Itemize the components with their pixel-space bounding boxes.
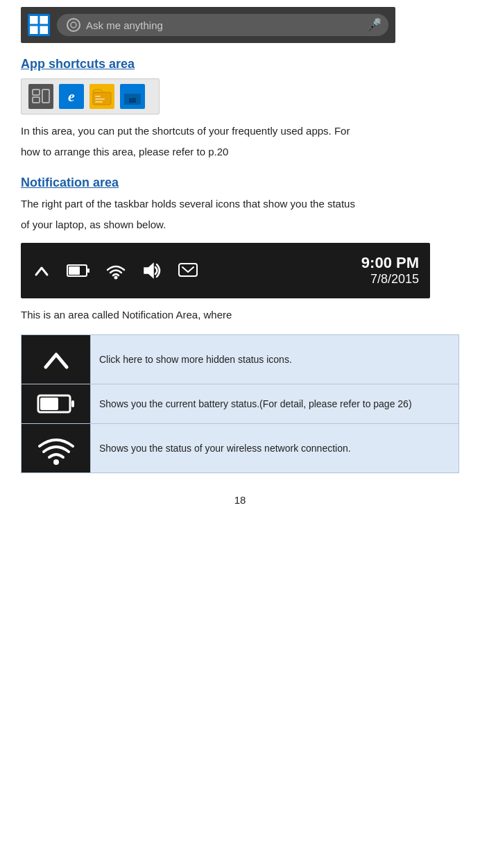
wifi-table-icon [37, 431, 76, 466]
search-bar[interactable]: Ask me anything 🎤 [57, 14, 388, 36]
battery-icon [67, 263, 90, 278]
page-number: 18 [21, 494, 459, 506]
notification-desc-1: The right part of the taskbar holds seve… [21, 196, 459, 212]
svg-rect-8 [33, 97, 40, 103]
battery-description-text: Shows you the current battery status.(Fo… [99, 398, 412, 409]
chevron-up-cell [22, 335, 91, 384]
wifi-description-cell: Shows you the status of your wireless ne… [91, 424, 459, 473]
svg-point-20 [114, 276, 118, 280]
windows-logo-icon [28, 14, 50, 36]
taskbar-screenshot: Ask me anything 🎤 [21, 7, 395, 43]
battery-description-cell: Shows you the current battery status.(Fo… [91, 384, 459, 424]
svg-rect-7 [33, 90, 40, 95]
store-icon: 🛍 [120, 84, 145, 109]
notification-time-display: 9:00 PM 7/8/2015 [361, 254, 419, 287]
svg-point-26 [53, 459, 59, 465]
notification-bubble-icon [178, 261, 198, 280]
notification-area-desc: This is an area called Notification Area… [21, 307, 459, 323]
icon-description-table: Click here to show more hidden status ic… [21, 334, 459, 473]
app-shortcuts-heading: App shortcuts area [21, 57, 135, 71]
table-row: Shows you the current battery status.(Fo… [22, 384, 459, 424]
svg-marker-21 [144, 264, 153, 278]
notification-desc-2: of your laptop, as shown below. [21, 216, 459, 233]
wifi-cell [22, 424, 91, 473]
shortcuts-description-1: In this area, you can put the shortcuts … [21, 123, 459, 139]
time-text: 9:00 PM [361, 254, 419, 272]
chevron-up-icon [32, 261, 51, 280]
svg-rect-1 [30, 16, 38, 24]
table-row: Click here to show more hidden status ic… [22, 335, 459, 384]
search-placeholder-text: Ask me anything [80, 19, 366, 31]
svg-rect-4 [40, 26, 49, 35]
svg-rect-18 [69, 266, 80, 275]
battery-cell [22, 384, 91, 424]
app-shortcuts-section: App shortcuts area e [21, 57, 459, 160]
svg-rect-22 [179, 264, 197, 276]
chevron-description-text: Click here to show more hidden status ic… [99, 354, 292, 365]
svg-rect-11 [95, 96, 101, 97]
shortcuts-bar-screenshot: e 🛍 [21, 78, 160, 114]
svg-rect-16 [129, 98, 136, 103]
edge-icon: e [59, 84, 84, 109]
notification-bar-screenshot: 9:00 PM 7/8/2015 [21, 243, 430, 298]
chevron-description-cell: Click here to show more hidden status ic… [91, 335, 459, 384]
svg-rect-24 [40, 398, 58, 410]
speaker-icon [142, 261, 162, 280]
wifi-icon [105, 261, 126, 280]
file-explorer-icon [89, 84, 114, 109]
notification-section: Notification area The right part of the … [21, 176, 459, 473]
svg-rect-12 [95, 99, 105, 100]
wifi-description-text: Shows you the status of your wireless ne… [99, 443, 351, 454]
svg-point-6 [71, 22, 76, 28]
search-circle-icon [67, 18, 80, 32]
shortcuts-description-2: how to arrange this area, please refer t… [21, 144, 459, 160]
table-row: Shows you the status of your wireless ne… [22, 424, 459, 473]
battery-table-icon [37, 391, 76, 416]
notification-heading: Notification area [21, 176, 119, 189]
svg-rect-25 [71, 400, 74, 407]
svg-rect-13 [95, 101, 103, 103]
date-text: 7/8/2015 [361, 272, 419, 287]
svg-rect-9 [42, 90, 49, 103]
svg-rect-3 [30, 26, 38, 35]
mic-icon: 🎤 [366, 17, 382, 33]
svg-rect-19 [87, 269, 89, 273]
task-view-icon [28, 84, 53, 109]
chevron-up-table-icon [39, 342, 74, 377]
svg-point-5 [67, 19, 80, 31]
svg-rect-2 [40, 16, 49, 24]
